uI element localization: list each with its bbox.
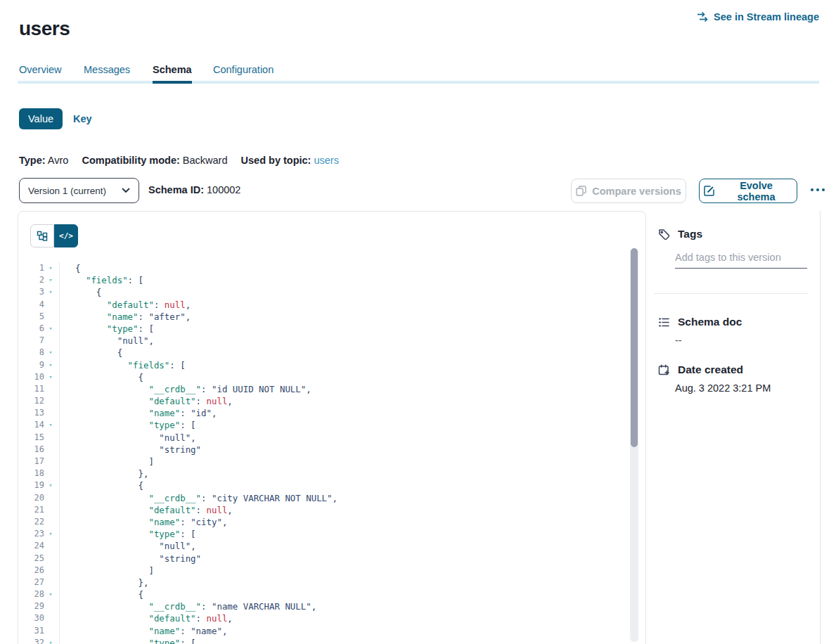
code-gutter: 31 [18, 625, 60, 637]
code-gutter: 3▾ [18, 286, 60, 298]
line-number: 13 [18, 407, 44, 419]
evolve-schema-label: Evolve schema [720, 180, 792, 202]
code-gutter: 2▾ [18, 274, 60, 286]
code-line: 25 "string" [18, 553, 645, 565]
code-line-text: { [60, 588, 143, 600]
tab-messages[interactable]: Messages [84, 64, 130, 75]
fold-arrow-icon[interactable]: ▾ [44, 262, 57, 274]
line-number: 30 [18, 612, 44, 624]
tab-underline-track [18, 81, 819, 84]
code-gutter: 10▾ [18, 371, 60, 383]
line-number: 16 [18, 444, 44, 456]
code-line-text: "name": "after", [60, 311, 191, 323]
key-toggle-button[interactable]: Key [73, 113, 92, 124]
code-lines[interactable]: 1▾{2▾ "fields": [3▾ {4 "default": null,5… [18, 262, 645, 644]
list-icon [658, 316, 670, 328]
date-created-title: Date created [678, 363, 743, 376]
code-gutter: 28▾ [18, 588, 60, 600]
editor-scrollbar-track[interactable] [630, 248, 638, 642]
code-line-text: "name": "id", [60, 407, 217, 419]
schema-doc-value: -- [675, 335, 682, 346]
topic-link[interactable]: users [314, 155, 338, 166]
code-line-text: "string" [60, 553, 201, 565]
fold-arrow-icon[interactable]: ▾ [44, 419, 57, 431]
code-line: 4 "default": null, [18, 299, 645, 311]
line-number: 11 [18, 383, 44, 395]
line-number: 6 [18, 323, 44, 335]
line-number: 9 [18, 359, 44, 371]
more-options-button[interactable] [807, 185, 828, 195]
code-line-text: { [60, 286, 101, 298]
chevron-down-icon [122, 188, 130, 193]
compare-versions-label: Compare versions [592, 186, 681, 197]
code-line-text: { [60, 479, 143, 491]
date-created-value: Aug. 3 2022 3:21 PM [675, 382, 771, 394]
value-toggle-button[interactable]: Value [19, 108, 63, 129]
editor-view-toggle: </> [30, 224, 78, 247]
stream-lineage-link[interactable]: See in Stream lineage [697, 11, 819, 22]
code-line: 13 "name": "id", [18, 407, 645, 419]
code-line-text: { [60, 262, 80, 274]
version-select[interactable]: Version 1 (current) [19, 178, 139, 203]
tab-configuration[interactable]: Configuration [213, 64, 274, 75]
fold-arrow-icon[interactable]: ▾ [44, 637, 57, 644]
editor-scrollbar-thumb[interactable] [631, 248, 638, 447]
schema-editor-panel: </> 1▾{2▾ "fields": [3▾ {4 "default": nu… [18, 211, 646, 644]
fold-arrow-icon[interactable]: ▾ [44, 323, 57, 335]
used-by-topic-label: Used by topic: [241, 155, 311, 166]
code-line-text: }, [60, 468, 148, 479]
fold-arrow-icon[interactable]: ▾ [44, 359, 57, 371]
compare-versions-button[interactable]: Compare versions [571, 179, 686, 203]
fold-arrow-icon[interactable]: ▾ [44, 528, 57, 540]
schema-id-value: 100002 [207, 184, 240, 195]
code-gutter: 11 [18, 383, 60, 395]
tree-view-button[interactable] [30, 224, 54, 247]
code-line: 17 ] [18, 456, 645, 468]
code-line-text: "__crdb__": "id UUID NOT NULL", [60, 383, 311, 395]
line-number: 5 [18, 311, 44, 323]
tree-view-icon [37, 231, 48, 242]
fold-arrow-icon[interactable]: ▾ [44, 588, 57, 600]
tags-section-header: Tags [658, 228, 702, 240]
stream-lineage-icon [697, 11, 709, 22]
code-gutter: 26 [18, 565, 60, 577]
code-line: 2▾ "fields": [ [18, 274, 645, 286]
code-line-text: "null", [60, 335, 154, 347]
code-line: 21 "default": null, [18, 504, 645, 516]
evolve-schema-button[interactable]: Evolve schema [699, 179, 797, 203]
code-gutter: 23▾ [18, 528, 60, 540]
code-gutter: 20 [18, 492, 60, 504]
tags-title: Tags [678, 228, 702, 240]
code-line: 15 "null", [18, 432, 645, 444]
code-gutter: 15 [18, 432, 60, 444]
tags-input[interactable] [675, 252, 807, 269]
fold-arrow-icon[interactable]: ▾ [44, 371, 57, 383]
fold-arrow-icon[interactable]: ▾ [44, 274, 57, 286]
version-select-value: Version 1 (current) [28, 186, 106, 196]
fold-arrow-icon[interactable]: ▾ [44, 479, 57, 491]
code-line: 14▾ "type": [ [18, 419, 645, 431]
line-number: 17 [18, 456, 44, 468]
fold-arrow-icon[interactable]: ▾ [44, 286, 57, 298]
code-line: 26 ] [18, 565, 645, 577]
line-number: 12 [18, 395, 44, 407]
line-number: 31 [18, 625, 44, 637]
code-gutter: 6▾ [18, 323, 60, 335]
tab-schema[interactable]: Schema [153, 64, 192, 75]
line-number: 19 [18, 479, 44, 491]
line-number: 29 [18, 600, 44, 612]
code-gutter: 27 [18, 577, 60, 588]
code-line-text: "type": [ [60, 637, 196, 644]
line-number: 22 [18, 516, 44, 528]
line-number: 4 [18, 299, 44, 311]
fold-arrow-icon[interactable]: ▾ [44, 347, 57, 359]
code-gutter: 22 [18, 516, 60, 528]
compatibility-label: Compatibility mode: [82, 155, 179, 166]
code-view-button[interactable]: </> [54, 224, 78, 247]
code-line-text: "null", [60, 540, 196, 552]
code-line-text: "default": null, [60, 299, 191, 311]
code-gutter: 25 [18, 553, 60, 565]
code-line-text: ] [60, 456, 154, 468]
code-line: 24 "null", [18, 540, 645, 552]
tab-overview[interactable]: Overview [19, 64, 61, 75]
